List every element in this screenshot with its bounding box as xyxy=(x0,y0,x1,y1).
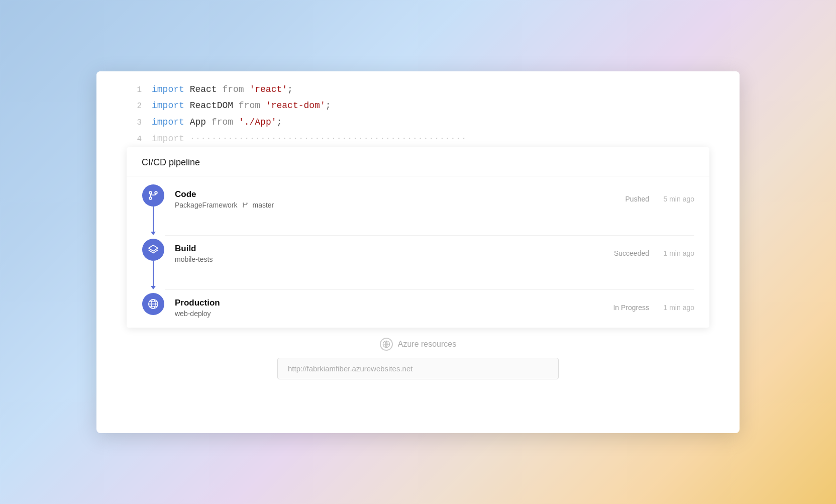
code-line-4: 4 import ·······························… xyxy=(96,131,740,147)
branch-icon xyxy=(242,201,249,209)
svg-point-0 xyxy=(149,191,152,194)
build-stage-info: Build mobile-tests xyxy=(175,244,589,263)
build-stage-time: 1 min ago xyxy=(649,249,694,257)
azure-icon xyxy=(380,338,393,351)
pipeline-card-header: CI/CD pipeline xyxy=(127,147,709,176)
svg-marker-8 xyxy=(149,245,158,251)
code-line-3: 3 import App from './App'; xyxy=(96,114,740,131)
svg-point-2 xyxy=(155,191,157,194)
code-stage-sub: PackageFramework xyxy=(175,201,589,209)
divider-2 xyxy=(165,289,694,290)
main-window: 1 import React from 'react'; 2 import Re… xyxy=(96,71,740,433)
code-editor: 1 import React from 'react'; 2 import Re… xyxy=(96,71,740,147)
code-stage-content: Code PackageFramework xyxy=(165,184,694,209)
build-stage-icon[interactable] xyxy=(142,239,164,261)
code-stage-name: Code xyxy=(175,189,589,199)
code-line-1: 1 import React from 'react'; xyxy=(96,81,740,98)
pipeline-title: CI/CD pipeline xyxy=(142,157,200,167)
azure-label-text: Azure resources xyxy=(398,340,457,349)
code-stage-time: 5 min ago xyxy=(649,195,694,203)
production-stage-content: Production web-deploy In Progress 1 min … xyxy=(165,293,694,318)
code-stage-icon[interactable] xyxy=(142,184,164,207)
pipeline-stages: Code PackageFramework xyxy=(142,184,694,318)
code-stage-info: Code PackageFramework xyxy=(175,189,589,209)
build-stage-name: Build xyxy=(175,244,589,254)
azure-url-box[interactable]: http://fabrkiamfiber.azurewebsites.net xyxy=(277,358,559,379)
azure-section: Azure resources http://fabrkiamfiber.azu… xyxy=(96,328,740,389)
production-stage-sub: web-deploy xyxy=(175,310,589,318)
azure-url-text: http://fabrkiamfiber.azurewebsites.net xyxy=(288,364,412,373)
pipeline-body: Code PackageFramework xyxy=(127,176,709,328)
connector-1 xyxy=(153,207,154,233)
production-stage-name: Production xyxy=(175,298,589,308)
production-stage-info: Production web-deploy xyxy=(175,298,589,318)
production-stage-status: In Progress xyxy=(589,304,649,312)
build-stage-status: Succeeded xyxy=(589,249,649,257)
svg-point-6 xyxy=(246,203,248,205)
pipeline-card: CI/CD pipeline xyxy=(127,147,709,328)
code-line-2: 2 import ReactDOM from 'react-dom'; xyxy=(96,97,740,114)
azure-label: Azure resources xyxy=(380,338,457,351)
build-stage-content: Build mobile-tests Succeeded 1 min ago xyxy=(165,239,694,263)
build-stage-sub: mobile-tests xyxy=(175,255,589,263)
divider-1 xyxy=(165,235,694,236)
production-stage-icon[interactable] xyxy=(142,293,164,315)
svg-point-5 xyxy=(243,207,244,208)
connector-2 xyxy=(153,261,154,287)
svg-point-1 xyxy=(149,197,152,199)
production-stage-time: 1 min ago xyxy=(649,304,694,312)
svg-point-4 xyxy=(243,203,244,205)
code-stage-status: Pushed xyxy=(589,195,649,203)
